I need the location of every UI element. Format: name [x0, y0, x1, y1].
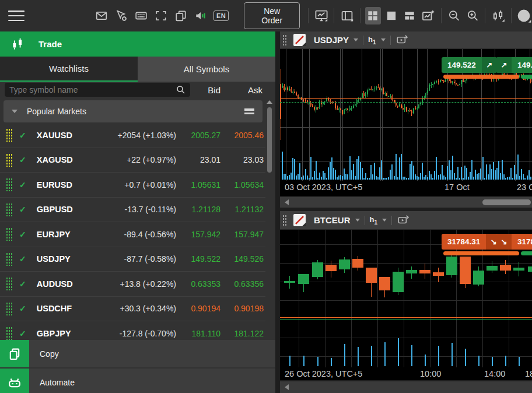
checkmark-icon[interactable]: ✓	[19, 230, 26, 239]
drag-handle-icon[interactable]	[6, 153, 12, 167]
checkmark-icon[interactable]: ✓	[19, 131, 26, 140]
trend-arrow-icon: ↘	[496, 234, 512, 250]
drag-handle-icon[interactable]	[6, 227, 12, 241]
checkmark-icon[interactable]: ✓	[19, 329, 26, 338]
table-row[interactable]: ✓AUDUSD+13.8 (+0.22%)0.633530.63356	[0, 272, 265, 297]
candle-body	[410, 110, 411, 111]
grid-2x2-icon[interactable]	[365, 7, 381, 24]
timeframe-dropdown-icon[interactable]	[381, 38, 386, 41]
panel-drag-handle-icon[interactable]	[282, 34, 288, 45]
language-badge[interactable]: EN	[214, 10, 229, 21]
symbol-dropdown-icon[interactable]	[354, 38, 358, 41]
volume-bar	[477, 174, 478, 180]
ask-trade-button[interactable]: ↘31787	[496, 234, 532, 250]
copy-window-icon[interactable]	[174, 9, 188, 23]
volume-bar	[514, 165, 515, 180]
chart-scrollbar[interactable]	[280, 381, 532, 393]
fullscreen-icon[interactable]	[154, 9, 168, 23]
checkmark-icon[interactable]: ✓	[19, 279, 26, 289]
drag-handle-icon[interactable]	[6, 128, 12, 142]
scroll-up-arrow[interactable]	[267, 100, 272, 104]
bid-price: 1.05631	[191, 180, 220, 190]
indicators-icon[interactable]: f	[516, 7, 532, 24]
menu-item-copy[interactable]: Copy	[0, 340, 275, 367]
chart-scrollbar[interactable]	[280, 197, 532, 208]
monitor-chart-icon[interactable]	[313, 7, 329, 24]
table-row[interactable]: ✓EURJPY-89.4 (-0.56%)157.942157.947	[0, 222, 265, 247]
menu-item-automate[interactable]: Automate	[0, 369, 275, 393]
candle-body	[408, 110, 409, 111]
timeframe-selector[interactable]: h1	[370, 215, 378, 226]
stream-icon[interactable]	[396, 33, 410, 48]
search-icon[interactable]	[176, 85, 186, 94]
chart-canvas[interactable]: 31784.31↘↘31787	[280, 230, 532, 367]
tab-watchlists[interactable]: Watchlists	[0, 57, 138, 82]
checkmark-icon[interactable]: ✓	[19, 254, 26, 264]
timeframe-selector[interactable]: h1	[368, 35, 376, 45]
new-order-button[interactable]: New Order	[244, 2, 300, 29]
chart-scrollbar-thumb[interactable]	[482, 199, 531, 205]
chart-type-candles-icon[interactable]	[490, 7, 506, 24]
bid-trade-button[interactable]: 149.522↗	[442, 57, 497, 73]
pointer-settings-icon[interactable]	[114, 9, 128, 23]
stream-icon[interactable]	[397, 213, 411, 228]
symbol-dropdown-icon[interactable]	[355, 219, 360, 222]
scrollbar-thumb[interactable]	[267, 107, 272, 173]
keyboard-icon[interactable]	[134, 9, 148, 23]
table-row[interactable]: ✓EURUSD+0.7 (+0.01%)1.056311.05634	[0, 173, 265, 198]
single-pane-icon[interactable]	[383, 7, 399, 24]
candle-body	[416, 108, 418, 110]
volume-bar	[398, 338, 399, 366]
symbol-logo-icon[interactable]	[293, 34, 306, 46]
table-row[interactable]: ✓USDJPY-87.7 (-0.58%)149.522149.526	[0, 247, 265, 272]
symbol-logo-icon[interactable]	[293, 214, 306, 226]
bid-trade-button[interactable]: 31784.31↘	[442, 234, 501, 250]
new-chart-icon[interactable]	[420, 7, 436, 24]
split-panes-icon[interactable]	[402, 7, 418, 24]
search-input[interactable]	[5, 83, 190, 97]
checkmark-icon[interactable]: ✓	[19, 205, 26, 214]
drag-handle-icon[interactable]	[6, 302, 12, 315]
zoom-out-icon[interactable]	[446, 7, 461, 24]
ask-trade-button[interactable]: ↗149.	[496, 57, 532, 73]
drag-handle-icon[interactable]	[6, 178, 12, 191]
volume-bar	[495, 170, 496, 180]
chart-canvas[interactable]: 149.522↗↗149.	[280, 49, 532, 181]
volume-bar	[478, 173, 480, 180]
mail-icon[interactable]	[94, 9, 108, 23]
candle-body	[310, 103, 312, 105]
volume-bar	[381, 160, 382, 180]
table-row[interactable]: ✓XAUUSD+2054 (+1.03%)2005.272005.46	[0, 123, 265, 148]
volume-icon[interactable]	[194, 9, 208, 23]
candle-body	[456, 83, 457, 85]
tab-all-symbols[interactable]: All Symbols	[138, 57, 275, 82]
hamburger-menu-icon[interactable]	[8, 10, 24, 21]
volume-bar	[319, 173, 320, 180]
checkmark-icon[interactable]: ✓	[19, 180, 26, 190]
zoom-in-icon[interactable]	[464, 7, 480, 24]
ask-price: 157.947	[234, 230, 264, 239]
drag-handle-icon[interactable]	[6, 327, 12, 340]
candle-body	[420, 103, 421, 105]
checkmark-icon[interactable]: ✓	[19, 155, 26, 164]
drag-handle-icon[interactable]	[6, 252, 12, 266]
daily-change: +0.7 (+0.01%)	[124, 180, 176, 190]
table-row[interactable]: ✓USDCHF+30.3 (+0.34%)0.901940.90198	[0, 297, 265, 322]
layout-panels-icon[interactable]	[339, 7, 355, 24]
drag-handle-icon[interactable]	[6, 203, 12, 216]
group-list-icon[interactable]	[244, 108, 254, 114]
candle-body	[342, 110, 343, 114]
table-row[interactable]: ✓XAGUSD+22 (+0.97%)23.0123.03	[0, 148, 265, 173]
group-popular-markets[interactable]: Popular Markets	[4, 100, 262, 122]
volume-bar	[353, 164, 354, 180]
table-row[interactable]: ✓GBPUSD-13.7 (-0.11%)1.211281.21132	[0, 198, 265, 223]
timeframe-dropdown-icon[interactable]	[382, 219, 387, 222]
scroll-left-arrow[interactable]	[285, 384, 289, 390]
scroll-left-arrow[interactable]	[285, 199, 289, 205]
candle-body	[446, 257, 457, 275]
drag-handle-icon[interactable]	[6, 277, 12, 290]
candle-body	[335, 103, 336, 107]
symbol-name: XAGUSD	[37, 155, 73, 164]
checkmark-icon[interactable]: ✓	[19, 304, 26, 313]
panel-drag-handle-icon[interactable]	[282, 215, 288, 226]
